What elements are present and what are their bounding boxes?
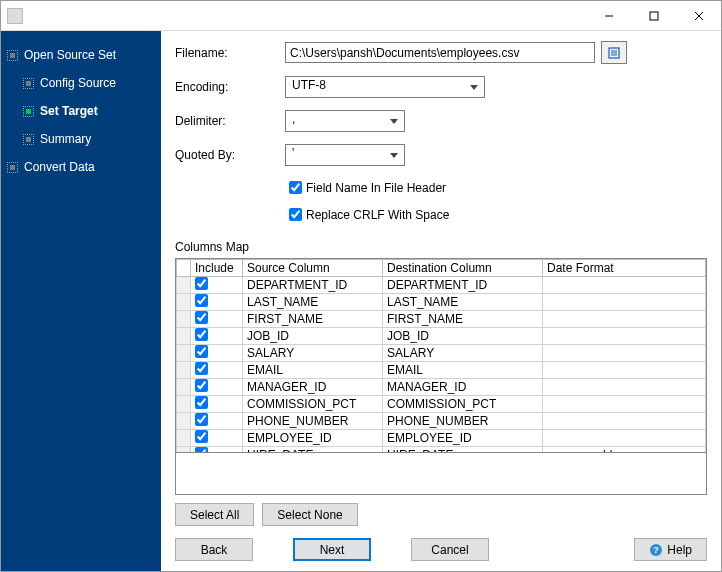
source-column-cell[interactable]: LAST_NAME [243, 294, 383, 311]
maximize-button[interactable] [631, 1, 676, 30]
delimiter-select[interactable]: , [285, 110, 405, 132]
encoding-select[interactable]: UTF-8 [285, 76, 485, 98]
table-row[interactable]: PHONE_NUMBERPHONE_NUMBER [177, 413, 706, 430]
wizard-step[interactable]: Config Source [1, 69, 161, 97]
include-checkbox[interactable] [195, 396, 208, 409]
dest-column-cell[interactable]: LAST_NAME [383, 294, 543, 311]
include-checkbox[interactable] [195, 379, 208, 392]
quoted-select[interactable]: ' [285, 144, 405, 166]
step-label: Summary [40, 132, 91, 146]
row-header [177, 294, 191, 311]
cancel-button[interactable]: Cancel [411, 538, 489, 561]
table-row[interactable]: JOB_IDJOB_ID [177, 328, 706, 345]
dest-column-cell[interactable]: MANAGER_ID [383, 379, 543, 396]
date-format-cell[interactable] [543, 362, 706, 379]
source-column-cell[interactable]: FIRST_NAME [243, 311, 383, 328]
table-row[interactable]: SALARYSALARY [177, 345, 706, 362]
quoted-label: Quoted By: [175, 148, 285, 162]
field-header-label: Field Name In File Header [306, 181, 446, 195]
field-header-checkbox[interactable] [289, 181, 302, 194]
date-format-cell[interactable] [543, 277, 706, 294]
select-none-button[interactable]: Select None [262, 503, 357, 526]
date-format-cell[interactable] [543, 413, 706, 430]
wizard-step[interactable]: Open Source Set [1, 41, 161, 69]
include-checkbox[interactable] [195, 311, 208, 324]
source-column-cell[interactable]: EMAIL [243, 362, 383, 379]
dest-column-cell[interactable]: PHONE_NUMBER [383, 413, 543, 430]
dest-column-cell[interactable]: COMMISSION_PCT [383, 396, 543, 413]
back-button[interactable]: Back [175, 538, 253, 561]
table-row[interactable]: MANAGER_IDMANAGER_ID [177, 379, 706, 396]
source-column-cell[interactable]: MANAGER_ID [243, 379, 383, 396]
include-checkbox[interactable] [195, 328, 208, 341]
step-label: Config Source [40, 76, 116, 90]
svg-text:?: ? [654, 545, 660, 555]
filename-input[interactable] [285, 42, 595, 63]
date-format-cell[interactable] [543, 345, 706, 362]
svg-rect-1 [650, 12, 658, 20]
table-row[interactable]: HIRE_DATEHIRE_DATEyyyy-mm-dd [177, 447, 706, 454]
include-checkbox[interactable] [195, 430, 208, 443]
encoding-value: UTF-8 [292, 78, 326, 92]
wizard-sidebar: Open Source SetConfig SourceSet TargetSu… [1, 31, 161, 571]
include-checkbox[interactable] [195, 413, 208, 426]
encoding-label: Encoding: [175, 80, 285, 94]
wizard-step[interactable]: Summary [1, 125, 161, 153]
dest-column-cell[interactable]: SALARY [383, 345, 543, 362]
step-label: Open Source Set [24, 48, 116, 62]
table-row[interactable]: LAST_NAMELAST_NAME [177, 294, 706, 311]
source-column-cell[interactable]: JOB_ID [243, 328, 383, 345]
date-format-cell[interactable] [543, 328, 706, 345]
row-header [177, 345, 191, 362]
next-button[interactable]: Next [293, 538, 371, 561]
include-checkbox[interactable] [195, 277, 208, 290]
row-header [177, 379, 191, 396]
replace-crlf-checkbox[interactable] [289, 208, 302, 221]
table-row[interactable]: COMMISSION_PCTCOMMISSION_PCT [177, 396, 706, 413]
source-column-cell[interactable]: PHONE_NUMBER [243, 413, 383, 430]
source-column-cell[interactable]: EMPLOYEE_ID [243, 430, 383, 447]
date-format-cell[interactable] [543, 294, 706, 311]
include-checkbox[interactable] [195, 345, 208, 358]
date-format-cell[interactable]: yyyy-mm-dd [543, 447, 706, 454]
source-column-cell[interactable]: SALARY [243, 345, 383, 362]
table-row[interactable]: EMPLOYEE_IDEMPLOYEE_ID [177, 430, 706, 447]
date-format-cell[interactable] [543, 379, 706, 396]
table-row[interactable]: EMAILEMAIL [177, 362, 706, 379]
table-row[interactable]: FIRST_NAMEFIRST_NAME [177, 311, 706, 328]
dest-column-cell[interactable]: DEPARTMENT_ID [383, 277, 543, 294]
wizard-step[interactable]: Set Target [1, 97, 161, 125]
dest-column-cell[interactable]: EMAIL [383, 362, 543, 379]
minimize-button[interactable] [586, 1, 631, 30]
row-header [177, 362, 191, 379]
step-indicator-icon [7, 50, 18, 61]
date-format-cell[interactable] [543, 396, 706, 413]
wizard-step[interactable]: Convert Data [1, 153, 161, 181]
col-source-header[interactable]: Source Column [243, 260, 383, 277]
date-format-cell[interactable] [543, 311, 706, 328]
close-button[interactable] [676, 1, 721, 30]
dest-column-cell[interactable]: JOB_ID [383, 328, 543, 345]
col-dest-header[interactable]: Destination Column [383, 260, 543, 277]
date-format-cell[interactable] [543, 430, 706, 447]
include-checkbox[interactable] [195, 294, 208, 307]
dest-column-cell[interactable]: HIRE_DATE [383, 447, 543, 454]
dest-column-cell[interactable]: EMPLOYEE_ID [383, 430, 543, 447]
col-include-header[interactable]: Include [191, 260, 243, 277]
source-column-cell[interactable]: DEPARTMENT_ID [243, 277, 383, 294]
file-open-icon [607, 46, 621, 60]
select-all-button[interactable]: Select All [175, 503, 254, 526]
browse-file-button[interactable] [601, 41, 627, 64]
help-button[interactable]: ? Help [634, 538, 707, 561]
source-column-cell[interactable]: COMMISSION_PCT [243, 396, 383, 413]
source-column-cell[interactable]: HIRE_DATE [243, 447, 383, 454]
table-row[interactable]: DEPARTMENT_IDDEPARTMENT_ID [177, 277, 706, 294]
filename-label: Filename: [175, 46, 285, 60]
replace-crlf-label: Replace CRLF With Space [306, 208, 449, 222]
step-label: Convert Data [24, 160, 95, 174]
quoted-value: ' [292, 146, 294, 160]
dest-column-cell[interactable]: FIRST_NAME [383, 311, 543, 328]
include-checkbox[interactable] [195, 362, 208, 375]
row-header [177, 396, 191, 413]
col-format-header[interactable]: Date Format [543, 260, 706, 277]
